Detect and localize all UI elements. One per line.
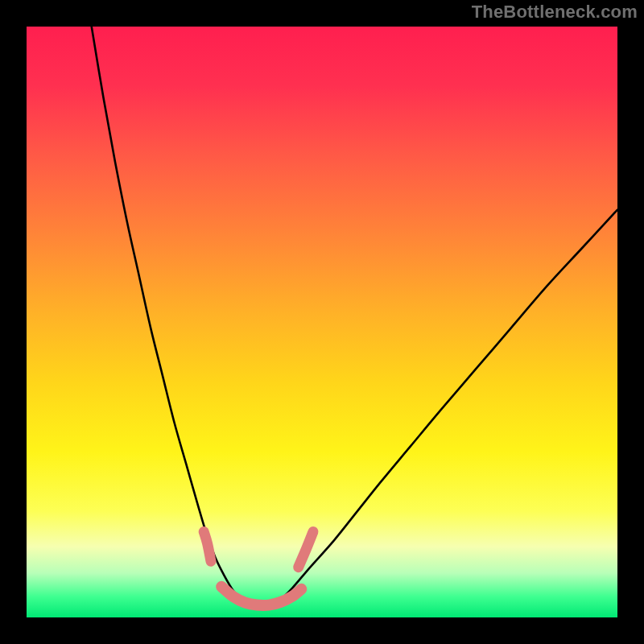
watermark-label: TheBottleneck.com [472,2,638,23]
chart-frame: TheBottleneck.com [0,0,644,644]
chart-svg [27,27,617,617]
plot-area [27,27,617,617]
series-left-marker-cluster [204,532,211,562]
gradient-background [27,27,617,617]
